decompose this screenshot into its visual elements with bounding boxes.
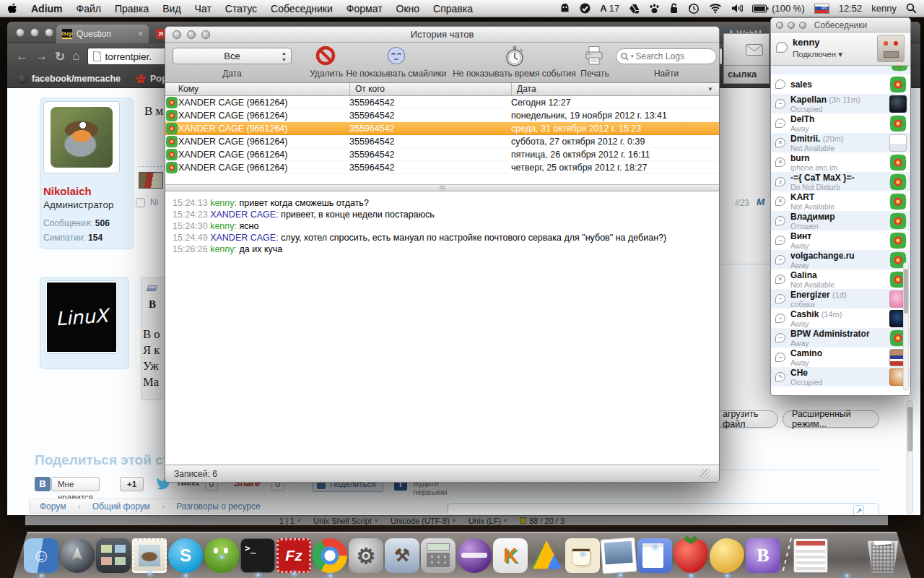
contact-row-burn[interactable]: burn iphone.imo.im	[771, 152, 910, 172]
dock-icon-filezilla[interactable]: Fz	[276, 538, 311, 573]
forward-icon[interactable]: →	[35, 49, 48, 64]
upload-file-button[interactable]: агрузить файл	[713, 410, 778, 428]
contact-row-galina[interactable]: Galina Not Available	[771, 269, 910, 289]
menubar-item[interactable]: Чат	[195, 3, 212, 14]
back-icon[interactable]: ←	[16, 49, 28, 64]
breadcrumb-item[interactable]: Разговоры о ресурсе›	[176, 501, 261, 512]
dock-icon-minimized-window[interactable]	[793, 538, 828, 573]
menubar-clock[interactable]: 12:52	[839, 3, 863, 14]
menubar-item[interactable]: Собеседники	[271, 3, 333, 14]
dock-icon-google-drive[interactable]	[529, 538, 564, 573]
contact-row-dmitrii-[interactable]: Dmitrii. (20m) Not Available	[771, 133, 910, 152]
volume-status-icon[interactable]	[731, 4, 743, 13]
home-icon[interactable]: ⌂	[72, 49, 79, 64]
date-filter-select[interactable]: Все ▲▼	[173, 48, 292, 64]
menu-app-name[interactable]: Adium	[31, 3, 63, 14]
browser-tab-question[interactable]: Gzp Question ×	[56, 25, 149, 43]
profile-avatar[interactable]	[43, 101, 120, 173]
minimize-window-icon[interactable]	[788, 22, 795, 29]
zoom-window-icon[interactable]	[201, 30, 210, 39]
dock-icon-strawberry-app[interactable]	[674, 538, 708, 573]
zoom-window-icon[interactable]	[799, 22, 806, 29]
buddy-window-controls[interactable]	[776, 22, 806, 29]
menubar-item[interactable]: Окно	[396, 3, 420, 14]
spotlight-search-icon[interactable]	[906, 3, 917, 14]
dock-icon-terminal[interactable]: >_	[240, 538, 275, 573]
contact-row-kapellan[interactable]: Kapellan (3h 11m) Occupied	[771, 94, 910, 113]
linux-avatar[interactable]: LinuX	[45, 281, 118, 353]
checkmark-status-icon[interactable]	[580, 3, 590, 14]
contact-row--cat-max-[interactable]: -={ CaT MaX }=- Do Not Disturb	[771, 172, 910, 191]
wifi-status-icon[interactable]	[709, 4, 722, 13]
post-thumbnail[interactable]	[139, 172, 163, 189]
smiley-icon[interactable]	[386, 46, 406, 66]
column-header-date[interactable]: Дата	[517, 84, 536, 94]
advanced-mode-button[interactable]: Расширенный режим...	[783, 410, 879, 428]
statusbar-fragment[interactable]: Unix (LF)▾	[468, 517, 507, 525]
self-status-dropdown[interactable]: Подключен ▾	[793, 49, 842, 59]
dock-icon-golden-app[interactable]	[710, 538, 744, 573]
menubar-item[interactable]: Статус	[225, 3, 257, 14]
log-table-row[interactable]: XANDER CAGE (9661264) 355964542 Сегодня …	[165, 96, 719, 109]
time-machine-status-icon[interactable]	[688, 3, 699, 14]
history-window-controls[interactable]	[173, 30, 210, 39]
log-table-row[interactable]: XANDER CAGE (9661264) 355964542 четверг,…	[165, 161, 719, 174]
column-header-from[interactable]: От кого	[355, 84, 385, 94]
dock-icon-adium[interactable]	[204, 538, 239, 573]
adium-paw-status-icon[interactable]	[649, 4, 660, 14]
dock-icon-finder[interactable]: ☺	[24, 538, 58, 573]
dock-icon-trash[interactable]	[866, 538, 900, 573]
tab-close-icon[interactable]: ×	[138, 29, 143, 39]
dock-icon-coffee-app[interactable]	[565, 538, 600, 573]
menubar-user[interactable]: kenny	[871, 3, 897, 14]
resize-grip[interactable]	[700, 469, 710, 479]
hide-timestamps-label[interactable]: Не показывать время события	[451, 69, 578, 79]
post-checkbox[interactable]	[136, 198, 145, 207]
vk-icon[interactable]: В	[35, 477, 51, 491]
browser-window-controls[interactable]	[16, 28, 53, 37]
dock-icon-tasks-app[interactable]	[637, 538, 672, 573]
expand-reply-icon[interactable]: ↗	[853, 505, 864, 515]
envelope-icon[interactable]	[746, 44, 763, 56]
menubar-item[interactable]: Справка	[433, 3, 473, 14]
dock-icon-mail[interactable]	[132, 538, 167, 573]
dock-icon-skype[interactable]: S	[168, 538, 203, 573]
contact-row--[interactable]: Винт Away	[771, 230, 910, 250]
reload-icon[interactable]: ↻	[55, 49, 65, 64]
buddy-list-scrollbar[interactable]	[903, 262, 909, 391]
dock-icon-eclipse[interactable]	[457, 538, 492, 573]
search-input[interactable]	[636, 51, 708, 61]
quick-reply-textarea[interactable]	[448, 503, 879, 515]
scrollbar-handle[interactable]	[904, 269, 908, 314]
log-table-row[interactable]: XANDER CAGE (9661264) 355964542 среда, 3…	[165, 122, 719, 135]
close-window-icon[interactable]	[776, 22, 783, 29]
menubar-item[interactable]: Формат	[346, 3, 383, 14]
hide-smileys-label[interactable]: Не показывать смайлики	[343, 69, 450, 79]
google-plus-one-button[interactable]: +1	[120, 477, 144, 491]
contact-row-camino[interactable]: Camino Away	[771, 348, 910, 367]
adobe-status-icon[interactable]: A	[600, 3, 606, 14]
bookmark-github[interactable]: facebook/memcache	[17, 74, 121, 84]
contact-row-sales[interactable]: sales	[771, 74, 910, 94]
minimize-window-icon[interactable]	[187, 30, 196, 39]
menubar-item[interactable]: Правка	[115, 3, 149, 14]
battery-icon[interactable]	[752, 4, 769, 13]
column-header-to[interactable]: Кому	[178, 84, 199, 94]
minimize-window-icon[interactable]	[30, 28, 39, 37]
contact-row-delth[interactable]: DelTh Away	[771, 113, 910, 133]
close-window-icon[interactable]	[16, 28, 25, 37]
contact-row-volgachange-ru[interactable]: volgachange.ru Away	[771, 250, 910, 269]
zoom-window-icon[interactable]	[45, 28, 53, 37]
eraser-icon[interactable]	[147, 285, 158, 291]
breadcrumb-item[interactable]: Общий форум›	[92, 501, 176, 512]
google-drive-status-icon[interactable]	[629, 4, 640, 14]
dock-icon-xcode[interactable]: ⚒	[385, 538, 419, 573]
contact-row-energizer[interactable]: Energizer (1d) собака	[771, 289, 910, 309]
dock-icon-komodo[interactable]: K	[493, 538, 528, 573]
dock-icon-mission-control[interactable]	[96, 538, 131, 573]
contact-row-che[interactable]: CHe Occupied	[771, 367, 910, 387]
close-window-icon[interactable]	[173, 30, 181, 39]
post-author-fragment[interactable]: М	[757, 197, 764, 207]
search-field[interactable]: ▾	[616, 48, 717, 64]
statusbar-fragment[interactable]: Unicode (UTF-8)▾	[391, 517, 456, 525]
